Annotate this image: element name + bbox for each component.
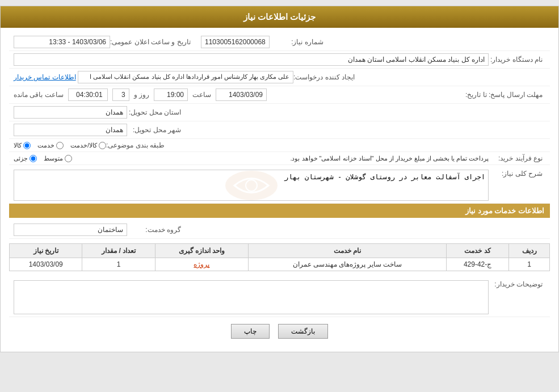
city-label: شهر محل تحویل: (127, 126, 184, 134)
cell-date-0: 1403/03/09 (10, 258, 82, 271)
col-date: تاریخ نیاز (10, 244, 82, 258)
buyer-desc-row: توضیحات خریدار: (9, 276, 550, 317)
cell-code-0: ج-42-429 (446, 258, 509, 271)
cell-name-0: ساخت سایر پروژه‌های مهندسی عمران (249, 258, 447, 271)
category-option-kala-khedmat[interactable]: کالا/خدمت (70, 142, 106, 149)
category-option-khedmat[interactable]: خدمت (37, 142, 64, 149)
col-qty: تعداد / مقدار (82, 244, 155, 258)
category-radio-group: کالا/خدمت خدمت کالا (14, 142, 106, 149)
need-number-value: 1103005162000068 (201, 36, 270, 48)
page-title: جزئیات اطلاعات نیاز (243, 12, 316, 22)
purchase-option-jozi[interactable]: جزئی (14, 155, 37, 162)
cell-row-0: 1 (509, 258, 550, 271)
col-code: کد خدمت (446, 244, 509, 258)
buyer-desc-label: توضیحات خریدار: (489, 280, 545, 288)
purchase-type-radio-group: متوسط جزئی (14, 155, 72, 162)
purchase-note: پرداخت تمام یا بخشی از مبلغ خریدار از مح… (75, 155, 489, 162)
cell-qty-0: 1 (82, 258, 155, 271)
creator-label: ایجاد کننده درخواست: (293, 73, 358, 81)
purchase-type-row: نوع فرآیند خرید: پرداخت تمام یا بخشی از … (9, 152, 550, 165)
category-radio-kala-khedmat[interactable] (99, 142, 106, 149)
creator-row: ایجاد کننده درخواست: علی مکاری بهار کارش… (9, 69, 550, 86)
general-desc-label: شرح کلی نیاز: (489, 170, 545, 178)
service-group-label: گروه خدمت: (127, 226, 184, 234)
purchase-type-label: نوع فرآیند خرید: (489, 154, 545, 162)
city-value: همدان (14, 124, 127, 136)
category-radio-kala[interactable] (23, 142, 31, 149)
need-number-label: شماره نیاز: (270, 38, 326, 46)
announce-date-value: 1403/03/06 - 13:33 (14, 36, 110, 48)
deadline-time: 19:00 (154, 88, 188, 101)
general-desc-row: شرح کلی نیاز: (9, 165, 550, 204)
col-unit: واحد اندازه گیری (155, 244, 248, 258)
buyer-desc-input[interactable] (14, 280, 489, 314)
deadline-row: مهلت ارسال پاسخ: تا تاریخ: 1403/03/09 سا… (9, 86, 550, 104)
deadline-time-label: ساعت (192, 91, 211, 99)
button-row: بازگشت چاپ (9, 317, 550, 343)
category-option-kala[interactable]: کالا (14, 142, 31, 149)
deadline-remain-label: ساعت باقی مانده (14, 91, 64, 99)
category-row: طبقه بندی موضوعی: کالا/خدمت خدمت کالا (9, 139, 550, 152)
announce-date-label: تاریخ و ساعت اعلان عمومی: (110, 38, 194, 46)
deadline-days-label: روز و (134, 91, 149, 99)
cell-unit-0: پروژه (155, 258, 248, 271)
buyer-org-value: اداره کل بنیاد مسکن انقلاب اسلامی استان … (14, 53, 489, 66)
services-table-wrapper: ردیف کد خدمت نام خدمت واحد اندازه گیری ت… (9, 243, 550, 271)
back-button[interactable]: بازگشت (278, 324, 328, 339)
deadline-date: 1403/03/09 (216, 88, 267, 101)
buyer-org-row: نام دستگاه خریدار: اداره کل بنیاد مسکن ا… (9, 51, 550, 69)
category-radio-khedmat[interactable] (56, 142, 64, 149)
services-section-title: اطلاعات خدمات مورد نیاز (9, 204, 550, 218)
deadline-label: مهلت ارسال پاسخ: تا تاریخ: (465, 91, 545, 99)
province-row: استان محل تحویل: همدان (9, 104, 550, 121)
general-desc-input[interactable] (14, 170, 489, 201)
creator-contact-link[interactable]: اطلاعات تماس خریدار (14, 73, 76, 81)
creator-value: علی مکاری بهار کارشناس امور قراردادها اد… (78, 71, 293, 83)
deadline-days: 3 (112, 88, 129, 101)
purchase-radio-motvaset[interactable] (65, 155, 72, 162)
service-group-row: گروه خدمت: ساختمان (9, 221, 550, 239)
col-name: نام خدمت (249, 244, 447, 258)
services-table: ردیف کد خدمت نام خدمت واحد اندازه گیری ت… (9, 243, 550, 271)
province-value: همدان (14, 106, 127, 119)
purchase-radio-jozi[interactable] (30, 155, 37, 162)
need-number-row: شماره نیاز: 1103005162000068 تاریخ و ساع… (9, 33, 550, 51)
purchase-option-motvaset[interactable]: متوسط (44, 155, 72, 162)
table-row: 1 ج-42-429 ساخت سایر پروژه‌های مهندسی عم… (10, 258, 550, 271)
city-row: شهر محل تحویل: همدان (9, 121, 550, 139)
deadline-remain: 04:30:01 (68, 88, 108, 101)
category-label: طبقه بندی موضوعی: (106, 141, 167, 149)
print-button[interactable]: چاپ (231, 324, 270, 339)
col-row-num: ردیف (509, 244, 550, 258)
page-header: جزئیات اطلاعات نیاز (1, 6, 558, 28)
service-group-value: ساختمان (14, 224, 127, 236)
province-label: استان محل تحویل: (127, 108, 184, 116)
buyer-org-label: نام دستگاه خریدار: (489, 56, 545, 64)
